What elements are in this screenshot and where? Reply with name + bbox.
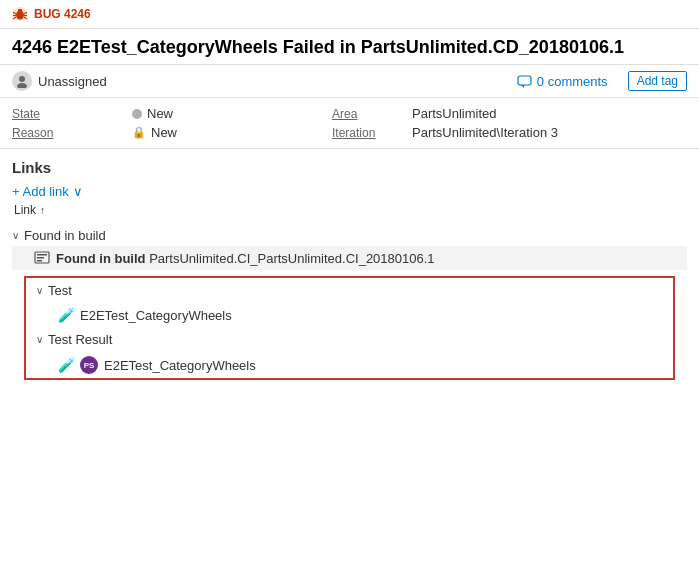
chevron-icon-test: ∨ <box>36 285 43 296</box>
add-link-label: + Add link <box>12 184 69 199</box>
avatar-test-result: PS <box>80 356 98 374</box>
reason-value[interactable]: 🔒 New <box>132 125 332 140</box>
lock-icon: 🔒 <box>132 126 146 139</box>
add-tag-button[interactable]: Add tag <box>628 71 687 91</box>
iteration-value[interactable]: PartsUnlimited\Iteration 3 <box>412 125 687 140</box>
state-circle <box>132 109 142 119</box>
sort-arrow: ↑ <box>40 205 45 216</box>
area-label: Area <box>332 107 412 121</box>
bug-label: BUG 4246 <box>34 7 91 21</box>
outlined-test-box: ∨ Test 🧪 E2ETest_CategoryWheels ∨ Test R… <box>24 276 675 380</box>
link-item-test-result[interactable]: 🧪 PS E2ETest_CategoryWheels <box>26 352 673 378</box>
assignee-icon <box>12 71 32 91</box>
svg-rect-11 <box>518 76 531 85</box>
work-item-title: 4246 E2ETest_CategoryWheels Failed in Pa… <box>12 37 687 58</box>
state-label: State <box>12 107 132 121</box>
test-item-label: E2ETest_CategoryWheels <box>80 308 232 323</box>
bug-icon <box>12 6 28 22</box>
links-section: Links + Add link ∨ Link ↑ ∨ Found in bui… <box>0 149 699 380</box>
group-name-found-in-build: Found in build <box>24 228 106 243</box>
meta-row: Unassigned 0 comments Add tag <box>0 65 699 98</box>
chevron-icon-test-result: ∨ <box>36 334 43 345</box>
comment-icon <box>517 75 532 88</box>
group-name-test-result: Test Result <box>48 332 112 347</box>
assignee-label: Unassigned <box>38 74 107 89</box>
person-icon <box>15 74 29 88</box>
add-link-button[interactable]: + Add link ∨ <box>12 184 687 199</box>
found-in-build-text: Found in build PartsUnlimited.CI_PartsUn… <box>56 251 435 266</box>
link-item-found-in-build[interactable]: Found in build PartsUnlimited.CI_PartsUn… <box>12 246 687 270</box>
top-bar: BUG 4246 <box>0 0 699 29</box>
svg-rect-14 <box>37 254 47 256</box>
comments-label: 0 comments <box>537 74 608 89</box>
fields-grid: State New Area PartsUnlimited Reason 🔒 N… <box>0 98 699 149</box>
svg-rect-2 <box>18 9 22 12</box>
link-group-header-test[interactable]: ∨ Test <box>26 278 673 303</box>
link-group-test-result: ∨ Test Result 🧪 PS E2ETest_CategoryWheel… <box>26 327 673 378</box>
group-name-test: Test <box>48 283 72 298</box>
chevron-icon: ∨ <box>12 230 19 241</box>
comments-button[interactable]: 0 comments <box>517 74 608 89</box>
svg-point-10 <box>17 83 27 88</box>
link-group-test: ∨ Test 🧪 E2ETest_CategoryWheels <box>26 278 673 327</box>
flask-icon-test: 🧪 <box>58 307 74 323</box>
link-item-test[interactable]: 🧪 E2ETest_CategoryWheels <box>26 303 673 327</box>
reason-label: Reason <box>12 126 132 140</box>
svg-rect-16 <box>37 260 42 262</box>
state-value[interactable]: New <box>132 106 332 121</box>
link-group-header-found-in-build[interactable]: ∨ Found in build <box>12 225 687 246</box>
add-link-chevron: ∨ <box>73 184 83 199</box>
svg-marker-12 <box>521 85 524 88</box>
iteration-label: Iteration <box>332 126 412 140</box>
link-group-header-test-result[interactable]: ∨ Test Result <box>26 327 673 352</box>
title-row: 4246 E2ETest_CategoryWheels Failed in Pa… <box>0 29 699 65</box>
assignee[interactable]: Unassigned <box>12 71 107 91</box>
links-heading: Links <box>12 159 687 176</box>
svg-rect-15 <box>37 257 44 259</box>
area-value[interactable]: PartsUnlimited <box>412 106 687 121</box>
link-group-found-in-build: ∨ Found in build Found in build PartsUnl… <box>12 225 687 270</box>
svg-point-9 <box>19 76 25 82</box>
test-result-item-label: E2ETest_CategoryWheels <box>104 358 256 373</box>
link-sort-row[interactable]: Link ↑ <box>12 203 687 217</box>
sort-label: Link <box>14 203 36 217</box>
build-icon <box>34 250 50 266</box>
flask-icon-test-result: 🧪 <box>58 357 74 373</box>
